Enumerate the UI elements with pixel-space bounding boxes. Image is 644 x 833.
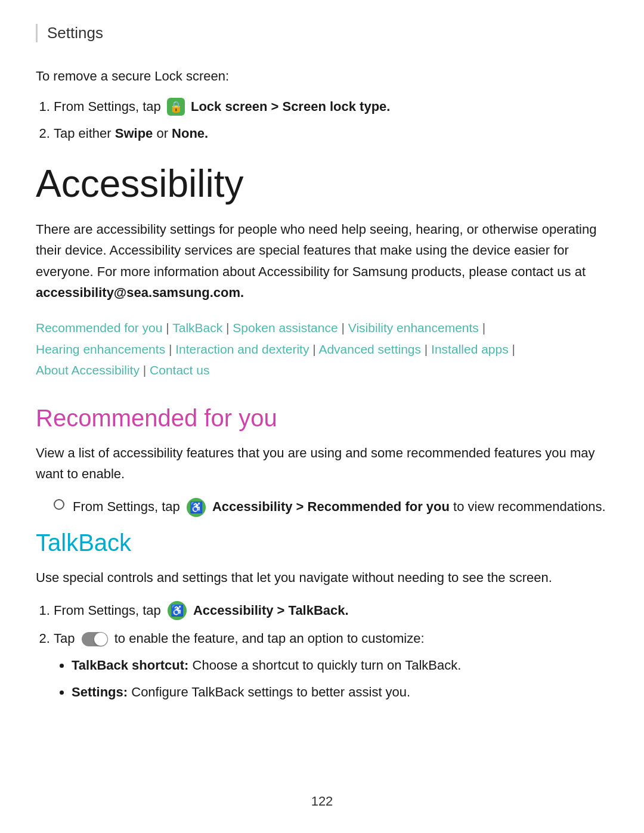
- nav-link-installed[interactable]: Installed apps: [431, 342, 509, 356]
- accessibility-desc-text: There are accessibility settings for peo…: [36, 222, 596, 278]
- talkback-steps-list: From Settings, tap Accessibility > TalkB…: [54, 600, 608, 703]
- toggle-switch-icon: [82, 632, 108, 646]
- recommended-step-before: From Settings, tap: [73, 499, 184, 514]
- lock-screen-bold: Lock screen > Screen lock type.: [191, 99, 390, 114]
- none-bold: None.: [172, 126, 208, 141]
- talkback-options-list: TalkBack shortcut: Choose a shortcut to …: [72, 655, 608, 702]
- settings-header-text: Settings: [47, 24, 103, 42]
- talkback-description: Use special controls and settings that l…: [36, 567, 608, 588]
- nav-link-about[interactable]: About Accessibility: [36, 363, 140, 377]
- nav-sep-2: |: [222, 321, 233, 335]
- nav-sep-9: |: [140, 363, 150, 377]
- recommended-title: Recommended for you: [36, 405, 608, 432]
- nav-link-interaction[interactable]: Interaction and dexterity: [175, 342, 309, 356]
- talkback-step-1: From Settings, tap Accessibility > TalkB…: [54, 600, 608, 621]
- nav-link-advanced[interactable]: Advanced settings: [318, 342, 421, 356]
- nav-sep-1: |: [162, 321, 172, 335]
- talkback-step-1-bold: Accessibility > TalkBack.: [193, 603, 349, 618]
- intro-text: To remove a secure Lock screen:: [36, 66, 608, 86]
- accessibility-icon-recommended: [187, 498, 206, 517]
- nav-sep-3: |: [338, 321, 348, 335]
- intro-step-2: Tap either Swipe or None.: [54, 122, 608, 144]
- page-container: Settings To remove a secure Lock screen:…: [0, 0, 644, 760]
- nav-sep-8: |: [509, 342, 515, 356]
- recommended-step-1: From Settings, tap Accessibility > Recom…: [54, 496, 608, 517]
- talkback-title: TalkBack: [36, 529, 608, 556]
- accessibility-description: There are accessibility settings for peo…: [36, 219, 608, 303]
- swipe-bold: Swipe: [115, 126, 153, 141]
- settings-header: Settings: [36, 24, 608, 42]
- talkback-option-settings: Settings: Configure TalkBack settings to…: [72, 682, 608, 702]
- talkback-section: TalkBack Use special controls and settin…: [36, 529, 608, 703]
- nav-link-contact[interactable]: Contact us: [150, 363, 209, 377]
- talkback-option-shortcut: TalkBack shortcut: Choose a shortcut to …: [72, 655, 608, 676]
- recommended-section: Recommended for you View a list of acces…: [36, 405, 608, 518]
- nav-sep-6: |: [309, 342, 318, 356]
- nav-sep-5: |: [165, 342, 175, 356]
- lock-screen-icon: [167, 98, 185, 116]
- nav-sep-4: |: [479, 321, 485, 335]
- page-number: 122: [0, 794, 644, 809]
- recommended-steps: From Settings, tap Accessibility > Recom…: [54, 496, 608, 517]
- recommended-step-after: to view recommendations.: [453, 499, 606, 514]
- recommended-step-content: From Settings, tap Accessibility > Recom…: [73, 496, 608, 517]
- nav-link-talkback[interactable]: TalkBack: [172, 321, 222, 335]
- nav-link-spoken[interactable]: Spoken assistance: [233, 321, 338, 335]
- talkback-settings-bold: Settings:: [72, 685, 128, 699]
- nav-links: Recommended for you | TalkBack | Spoken …: [36, 317, 608, 381]
- intro-section: To remove a secure Lock screen: From Set…: [36, 66, 608, 145]
- talkback-settings-text: Configure TalkBack settings to better as…: [131, 685, 410, 699]
- nav-link-visibility[interactable]: Visibility enhancements: [348, 321, 479, 335]
- nav-link-hearing[interactable]: Hearing enhancements: [36, 342, 165, 356]
- accessibility-icon-talkback: [168, 601, 187, 620]
- nav-link-recommended[interactable]: Recommended for you: [36, 321, 162, 335]
- talkback-step-2: Tap to enable the feature, and tap an op…: [54, 628, 608, 703]
- recommended-step-bold: Accessibility > Recommended for you: [212, 499, 450, 514]
- intro-step-1: From Settings, tap Lock screen > Screen …: [54, 95, 608, 117]
- talkback-shortcut-text: Choose a shortcut to quickly turn on Tal…: [193, 658, 462, 673]
- nav-sep-7: |: [421, 342, 431, 356]
- intro-steps-list: From Settings, tap Lock screen > Screen …: [54, 95, 608, 145]
- accessibility-title: Accessibility: [36, 163, 608, 205]
- talkback-shortcut-bold: TalkBack shortcut:: [72, 658, 188, 673]
- accessibility-email: accessibility@sea.samsung.com.: [36, 285, 244, 300]
- circle-bullet-icon: [54, 499, 64, 510]
- recommended-description: View a list of accessibility features th…: [36, 442, 608, 484]
